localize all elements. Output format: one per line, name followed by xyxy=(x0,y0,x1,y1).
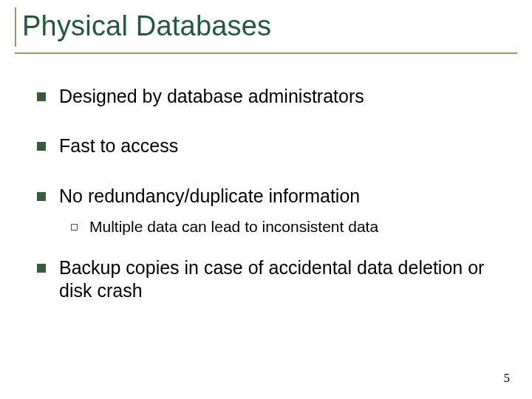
square-bullet-icon xyxy=(37,264,46,273)
content-area: Designed by database administrators Fast… xyxy=(37,85,495,302)
bullet-item: No redundancy/duplicate information xyxy=(37,185,495,208)
square-bullet-icon xyxy=(37,192,46,201)
slide: Physical Databases Designed by database … xyxy=(0,0,532,399)
bullet-text: Designed by database administrators xyxy=(59,85,364,108)
bullet-item: Backup copies in case of accidental data… xyxy=(37,256,495,303)
square-bullet-icon xyxy=(37,92,46,101)
bullet-item: Fast to access xyxy=(37,134,495,157)
bullet-text: No redundancy/duplicate information xyxy=(59,185,360,208)
page-number: 5 xyxy=(504,371,511,386)
slide-title: Physical Databases xyxy=(21,10,517,42)
square-bullet-icon xyxy=(37,142,46,151)
sub-bullet-item: Multiple data can lead to inconsistent d… xyxy=(71,218,495,236)
sub-bullet-text: Multiple data can lead to inconsistent d… xyxy=(89,218,378,236)
bullet-text: Backup copies in case of accidental data… xyxy=(59,256,495,303)
bullet-group: No redundancy/duplicate information Mult… xyxy=(37,185,495,236)
hollow-square-bullet-icon xyxy=(71,224,78,231)
title-underline xyxy=(15,52,517,54)
bullet-item: Designed by database administrators xyxy=(37,85,495,108)
title-rule-box: Physical Databases xyxy=(15,7,517,47)
bullet-text: Fast to access xyxy=(59,134,178,157)
title-block: Physical Databases xyxy=(15,7,517,54)
